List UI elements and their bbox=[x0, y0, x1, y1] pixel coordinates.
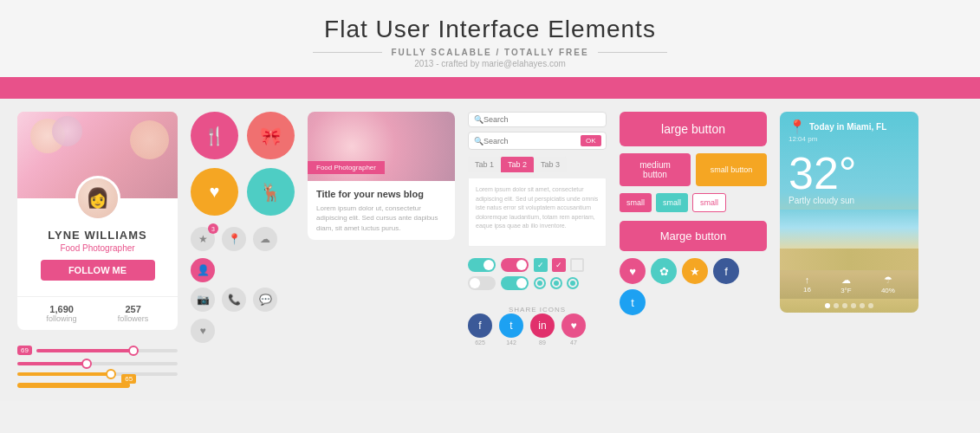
share-section: Share icons f 625 t 142 in 89 bbox=[468, 306, 607, 346]
small-button-2[interactable]: small bbox=[656, 193, 688, 212]
small-buttons-row: small small small bbox=[620, 193, 767, 212]
news-text: Lorem ipsum dolor ut, consectetur adipis… bbox=[316, 204, 446, 233]
icon-bow[interactable]: 🎀 bbox=[247, 112, 295, 159]
icon-deer[interactable]: 🦌 bbox=[247, 168, 295, 216]
small-icon-phone[interactable]: 📞 bbox=[222, 288, 246, 312]
ok-button[interactable]: OK bbox=[581, 135, 601, 146]
share-icon-instagram: in 89 bbox=[530, 313, 555, 346]
checkbox-2[interactable]: ✓ bbox=[552, 258, 566, 272]
dot-5[interactable] bbox=[860, 303, 865, 308]
small-icon-user[interactable]: 👤 bbox=[191, 258, 215, 282]
chat-icon: 💬 bbox=[259, 294, 272, 306]
toggle-knob-2 bbox=[516, 260, 527, 270]
small-icon-camera[interactable]: 📷 bbox=[191, 288, 215, 312]
small-icon-star[interactable]: ★ 3 bbox=[191, 227, 215, 251]
icon-heart[interactable]: ♥ bbox=[191, 168, 238, 216]
small-button-3[interactable]: small bbox=[692, 193, 726, 212]
medium-buttons-row: medium button small button bbox=[620, 153, 767, 186]
small-icon-pin[interactable]: 📍 bbox=[222, 227, 246, 251]
slider-track-2[interactable] bbox=[17, 362, 178, 365]
toggle-3[interactable] bbox=[468, 276, 496, 290]
checkbox-3[interactable] bbox=[570, 258, 584, 272]
toggle-2[interactable] bbox=[501, 258, 529, 272]
following-label: following bbox=[47, 314, 77, 323]
toggle-row-2 bbox=[468, 276, 607, 290]
radio-1[interactable] bbox=[534, 277, 546, 289]
tab-1[interactable]: Tab 1 bbox=[468, 157, 501, 172]
wind-icon: ↑ bbox=[803, 275, 811, 285]
toggle-1[interactable] bbox=[468, 258, 496, 272]
checkbox-1[interactable]: ✓ bbox=[534, 258, 548, 272]
dot-3[interactable] bbox=[842, 303, 847, 308]
merge-button[interactable]: Marge button bbox=[620, 221, 767, 251]
tab-3[interactable]: Tab 3 bbox=[534, 157, 567, 172]
toggle-row-1: ✓ ✓ bbox=[468, 258, 607, 272]
small-icons-row-2: 📷 📞 💬 ♥ bbox=[191, 288, 295, 343]
dot-1[interactable] bbox=[825, 303, 830, 308]
col-tabs-toggles: 🔍 🔍 OK Tab 1 Tab 2 Tab 3 Lorem ipsum dol… bbox=[468, 112, 607, 346]
medium-button-1[interactable]: medium button bbox=[620, 153, 691, 186]
social-star[interactable]: ★ bbox=[682, 258, 708, 284]
search-input-2[interactable] bbox=[484, 137, 581, 145]
slider-thumb-2[interactable] bbox=[81, 359, 92, 369]
slider-thumb-1[interactable] bbox=[128, 346, 139, 356]
news-title: Title for your news blog bbox=[316, 188, 446, 200]
weather-time: 12:04 pm bbox=[789, 135, 910, 143]
share-icons-row: f 625 t 142 in 89 ♥ 47 bbox=[468, 313, 607, 346]
facebook-count: 625 bbox=[468, 339, 492, 346]
col-buttons: large button medium button small button … bbox=[620, 112, 767, 315]
small-icon-cloud[interactable]: ☁ bbox=[253, 227, 277, 251]
phone-icon: 📞 bbox=[228, 294, 241, 306]
dot-2[interactable] bbox=[834, 303, 839, 308]
radio-3[interactable] bbox=[567, 277, 579, 289]
follow-button[interactable]: FOLLOW ME bbox=[41, 260, 155, 281]
tab-2[interactable]: Tab 2 bbox=[501, 157, 534, 172]
small-button-1[interactable]: small bbox=[620, 193, 652, 212]
social-facebook[interactable]: f bbox=[713, 258, 739, 284]
avatar-image: 👩 bbox=[78, 178, 118, 218]
medium-button-2[interactable]: small button bbox=[696, 153, 767, 186]
slider-fill-2 bbox=[17, 362, 89, 365]
large-button[interactable]: large button bbox=[620, 112, 767, 146]
share-icon-facebook: f 625 bbox=[468, 313, 492, 346]
toggle-4[interactable] bbox=[501, 276, 529, 290]
header-divider-left bbox=[313, 52, 382, 53]
slider-thumb-3[interactable] bbox=[106, 369, 116, 379]
weather-scene bbox=[780, 210, 918, 270]
progress-badge: 65 bbox=[121, 374, 136, 384]
instagram-count: 89 bbox=[530, 339, 555, 346]
pink-banner bbox=[0, 80, 980, 99]
search-input-1[interactable] bbox=[484, 115, 600, 124]
temp-value: 3°F bbox=[840, 287, 852, 294]
twitter-circle[interactable]: t bbox=[499, 313, 523, 338]
avatar: 👩 bbox=[75, 176, 120, 221]
twitter-count: 142 bbox=[499, 339, 523, 346]
col-profile: 👩 LYNE WILLIAMS Food Photographer FOLLOW… bbox=[17, 112, 178, 388]
social-heart[interactable]: ♥ bbox=[620, 258, 646, 284]
beach-sand bbox=[780, 249, 918, 270]
icon-row-top: 🍴 🎀 bbox=[191, 112, 295, 159]
social-flower[interactable]: ✿ bbox=[651, 258, 677, 284]
radio-2[interactable] bbox=[550, 277, 562, 289]
weather-stat-1: ↑ 16 bbox=[803, 275, 811, 294]
slider-track-3[interactable] bbox=[17, 372, 178, 376]
toggle-knob-3 bbox=[470, 278, 480, 288]
instagram-circle[interactable]: in bbox=[530, 313, 555, 338]
following-count: 1,690 bbox=[47, 304, 77, 314]
social-twitter[interactable]: t bbox=[620, 289, 646, 315]
small-icon-chat[interactable]: 💬 bbox=[253, 288, 277, 312]
sliders-section: 69 bbox=[17, 346, 178, 388]
small-icon-heart-s[interactable]: ♥ bbox=[191, 319, 215, 343]
dot-6[interactable] bbox=[868, 303, 873, 308]
dot-4[interactable] bbox=[851, 303, 856, 308]
search-box-1: 🔍 bbox=[468, 112, 607, 127]
buttons-section: large button medium button small button … bbox=[620, 112, 767, 315]
toggles-section: ✓ ✓ bbox=[468, 258, 607, 294]
facebook-circle[interactable]: f bbox=[468, 313, 492, 338]
heart-share-circle[interactable]: ♥ bbox=[561, 313, 586, 338]
col-weather: 📍 Today in Miami, FL 12:04 pm 32° Partly… bbox=[780, 112, 918, 313]
header-divider-right bbox=[598, 52, 667, 53]
slider-track-1[interactable] bbox=[36, 349, 178, 352]
icon-fork-knife[interactable]: 🍴 bbox=[191, 112, 238, 159]
rain-icon: ☂ bbox=[881, 275, 895, 286]
